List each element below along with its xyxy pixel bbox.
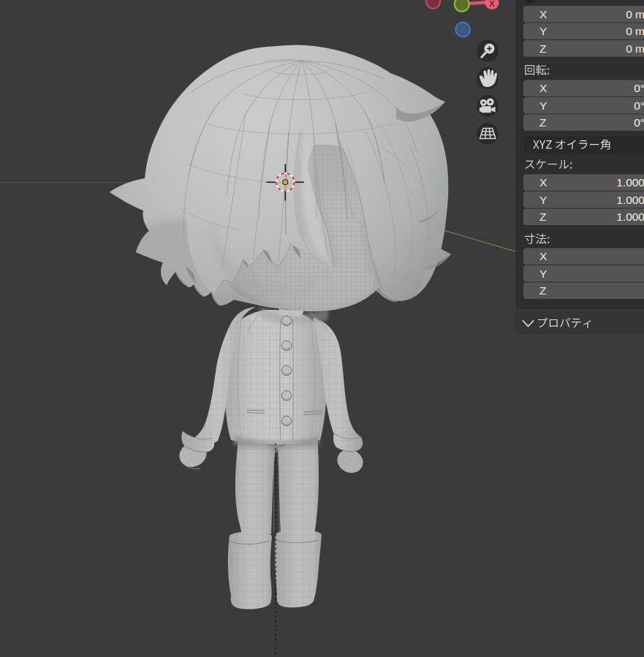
svg-text:1.000: 1.000 xyxy=(616,194,644,206)
svg-text:Z: Z xyxy=(539,284,546,297)
svg-text:1.000: 1.000 xyxy=(616,176,644,189)
svg-text:0 m: 0 m xyxy=(626,25,644,37)
svg-text:X: X xyxy=(539,176,548,189)
svg-text:X: X xyxy=(489,0,495,8)
svg-text:Z: Z xyxy=(539,42,546,55)
svg-text:0°: 0° xyxy=(634,82,644,94)
svg-text:Y: Y xyxy=(539,194,547,206)
svg-text:Z: Z xyxy=(539,116,546,129)
svg-text:0 m: 0 m xyxy=(626,8,644,20)
svg-text:Y: Y xyxy=(539,267,547,280)
svg-text:X: X xyxy=(539,250,548,262)
svg-text:0 m: 0 m xyxy=(626,42,644,55)
svg-text:Z: Z xyxy=(539,210,546,223)
svg-text:Y: Y xyxy=(539,99,547,112)
svg-text:Y: Y xyxy=(539,25,547,37)
svg-text:1.000: 1.000 xyxy=(616,210,644,223)
svg-text:0°: 0° xyxy=(634,116,644,129)
svg-text:0°: 0° xyxy=(634,99,644,112)
svg-text:X: X xyxy=(539,82,548,94)
svg-text:X: X xyxy=(539,8,548,20)
